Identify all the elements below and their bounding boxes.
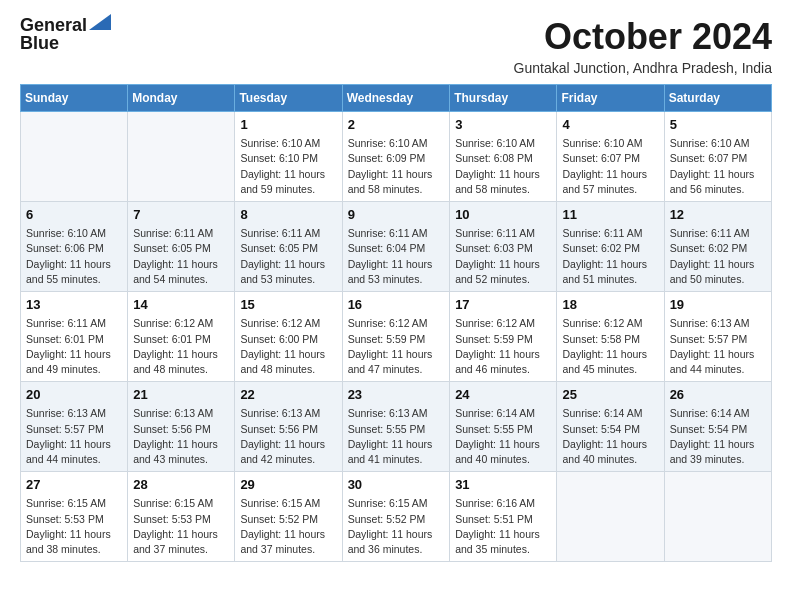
day-info: Sunrise: 6:15 AMSunset: 5:52 PMDaylight:… xyxy=(240,496,336,557)
calendar-cell: 13Sunrise: 6:11 AMSunset: 6:01 PMDayligh… xyxy=(21,292,128,382)
calendar-cell: 21Sunrise: 6:13 AMSunset: 5:56 PMDayligh… xyxy=(128,382,235,472)
day-number: 27 xyxy=(26,476,122,494)
day-info: Sunrise: 6:11 AMSunset: 6:02 PMDaylight:… xyxy=(670,226,766,287)
calendar-cell: 29Sunrise: 6:15 AMSunset: 5:52 PMDayligh… xyxy=(235,472,342,562)
calendar-table: SundayMondayTuesdayWednesdayThursdayFrid… xyxy=(20,84,772,562)
day-info: Sunrise: 6:10 AMSunset: 6:10 PMDaylight:… xyxy=(240,136,336,197)
day-info: Sunrise: 6:12 AMSunset: 6:00 PMDaylight:… xyxy=(240,316,336,377)
calendar-cell: 12Sunrise: 6:11 AMSunset: 6:02 PMDayligh… xyxy=(664,202,771,292)
weekday-header-saturday: Saturday xyxy=(664,85,771,112)
day-info: Sunrise: 6:14 AMSunset: 5:54 PMDaylight:… xyxy=(670,406,766,467)
day-number: 8 xyxy=(240,206,336,224)
title-area: October 2024 Guntakal Junction, Andhra P… xyxy=(514,16,772,76)
day-number: 15 xyxy=(240,296,336,314)
calendar-cell xyxy=(557,472,664,562)
day-info: Sunrise: 6:11 AMSunset: 6:04 PMDaylight:… xyxy=(348,226,445,287)
weekday-header-row: SundayMondayTuesdayWednesdayThursdayFrid… xyxy=(21,85,772,112)
day-info: Sunrise: 6:10 AMSunset: 6:07 PMDaylight:… xyxy=(670,136,766,197)
day-info: Sunrise: 6:13 AMSunset: 5:56 PMDaylight:… xyxy=(240,406,336,467)
calendar-cell: 31Sunrise: 6:16 AMSunset: 5:51 PMDayligh… xyxy=(450,472,557,562)
calendar-cell: 22Sunrise: 6:13 AMSunset: 5:56 PMDayligh… xyxy=(235,382,342,472)
day-number: 25 xyxy=(562,386,658,404)
day-info: Sunrise: 6:15 AMSunset: 5:53 PMDaylight:… xyxy=(26,496,122,557)
calendar-cell: 25Sunrise: 6:14 AMSunset: 5:54 PMDayligh… xyxy=(557,382,664,472)
weekday-header-wednesday: Wednesday xyxy=(342,85,450,112)
day-number: 10 xyxy=(455,206,551,224)
calendar-cell: 24Sunrise: 6:14 AMSunset: 5:55 PMDayligh… xyxy=(450,382,557,472)
logo-icon xyxy=(89,14,111,30)
day-info: Sunrise: 6:12 AMSunset: 5:59 PMDaylight:… xyxy=(348,316,445,377)
day-info: Sunrise: 6:12 AMSunset: 5:58 PMDaylight:… xyxy=(562,316,658,377)
calendar-cell: 5Sunrise: 6:10 AMSunset: 6:07 PMDaylight… xyxy=(664,112,771,202)
day-number: 24 xyxy=(455,386,551,404)
day-info: Sunrise: 6:12 AMSunset: 5:59 PMDaylight:… xyxy=(455,316,551,377)
day-number: 30 xyxy=(348,476,445,494)
day-info: Sunrise: 6:15 AMSunset: 5:53 PMDaylight:… xyxy=(133,496,229,557)
day-info: Sunrise: 6:11 AMSunset: 6:05 PMDaylight:… xyxy=(133,226,229,287)
location-subtitle: Guntakal Junction, Andhra Pradesh, India xyxy=(514,60,772,76)
day-number: 17 xyxy=(455,296,551,314)
weekday-header-sunday: Sunday xyxy=(21,85,128,112)
svg-marker-0 xyxy=(89,14,111,30)
weekday-header-monday: Monday xyxy=(128,85,235,112)
day-info: Sunrise: 6:13 AMSunset: 5:56 PMDaylight:… xyxy=(133,406,229,467)
calendar-cell: 8Sunrise: 6:11 AMSunset: 6:05 PMDaylight… xyxy=(235,202,342,292)
calendar-cell: 3Sunrise: 6:10 AMSunset: 6:08 PMDaylight… xyxy=(450,112,557,202)
day-info: Sunrise: 6:10 AMSunset: 6:09 PMDaylight:… xyxy=(348,136,445,197)
month-title: October 2024 xyxy=(514,16,772,58)
day-info: Sunrise: 6:15 AMSunset: 5:52 PMDaylight:… xyxy=(348,496,445,557)
day-info: Sunrise: 6:16 AMSunset: 5:51 PMDaylight:… xyxy=(455,496,551,557)
calendar-cell: 28Sunrise: 6:15 AMSunset: 5:53 PMDayligh… xyxy=(128,472,235,562)
calendar-cell xyxy=(664,472,771,562)
calendar-cell xyxy=(21,112,128,202)
day-number: 5 xyxy=(670,116,766,134)
calendar-cell: 14Sunrise: 6:12 AMSunset: 6:01 PMDayligh… xyxy=(128,292,235,382)
day-number: 13 xyxy=(26,296,122,314)
day-number: 11 xyxy=(562,206,658,224)
header: General Blue October 2024 Guntakal Junct… xyxy=(20,16,772,76)
calendar-cell: 18Sunrise: 6:12 AMSunset: 5:58 PMDayligh… xyxy=(557,292,664,382)
calendar-cell: 30Sunrise: 6:15 AMSunset: 5:52 PMDayligh… xyxy=(342,472,450,562)
calendar-cell: 20Sunrise: 6:13 AMSunset: 5:57 PMDayligh… xyxy=(21,382,128,472)
calendar-cell: 9Sunrise: 6:11 AMSunset: 6:04 PMDaylight… xyxy=(342,202,450,292)
calendar-cell: 19Sunrise: 6:13 AMSunset: 5:57 PMDayligh… xyxy=(664,292,771,382)
day-number: 14 xyxy=(133,296,229,314)
day-info: Sunrise: 6:11 AMSunset: 6:05 PMDaylight:… xyxy=(240,226,336,287)
day-number: 29 xyxy=(240,476,336,494)
day-info: Sunrise: 6:10 AMSunset: 6:07 PMDaylight:… xyxy=(562,136,658,197)
day-number: 23 xyxy=(348,386,445,404)
day-number: 1 xyxy=(240,116,336,134)
day-number: 4 xyxy=(562,116,658,134)
day-info: Sunrise: 6:13 AMSunset: 5:57 PMDaylight:… xyxy=(670,316,766,377)
calendar-week-1: 1Sunrise: 6:10 AMSunset: 6:10 PMDaylight… xyxy=(21,112,772,202)
day-info: Sunrise: 6:11 AMSunset: 6:03 PMDaylight:… xyxy=(455,226,551,287)
day-info: Sunrise: 6:14 AMSunset: 5:54 PMDaylight:… xyxy=(562,406,658,467)
calendar-week-5: 27Sunrise: 6:15 AMSunset: 5:53 PMDayligh… xyxy=(21,472,772,562)
calendar-cell: 26Sunrise: 6:14 AMSunset: 5:54 PMDayligh… xyxy=(664,382,771,472)
calendar-cell: 11Sunrise: 6:11 AMSunset: 6:02 PMDayligh… xyxy=(557,202,664,292)
day-info: Sunrise: 6:14 AMSunset: 5:55 PMDaylight:… xyxy=(455,406,551,467)
day-number: 31 xyxy=(455,476,551,494)
calendar-cell: 7Sunrise: 6:11 AMSunset: 6:05 PMDaylight… xyxy=(128,202,235,292)
calendar-cell: 27Sunrise: 6:15 AMSunset: 5:53 PMDayligh… xyxy=(21,472,128,562)
day-number: 18 xyxy=(562,296,658,314)
day-number: 16 xyxy=(348,296,445,314)
day-number: 22 xyxy=(240,386,336,404)
calendar-cell: 16Sunrise: 6:12 AMSunset: 5:59 PMDayligh… xyxy=(342,292,450,382)
logo: General Blue xyxy=(20,16,111,54)
calendar-cell: 17Sunrise: 6:12 AMSunset: 5:59 PMDayligh… xyxy=(450,292,557,382)
weekday-header-thursday: Thursday xyxy=(450,85,557,112)
day-info: Sunrise: 6:11 AMSunset: 6:01 PMDaylight:… xyxy=(26,316,122,377)
day-number: 21 xyxy=(133,386,229,404)
calendar-week-2: 6Sunrise: 6:10 AMSunset: 6:06 PMDaylight… xyxy=(21,202,772,292)
day-info: Sunrise: 6:13 AMSunset: 5:57 PMDaylight:… xyxy=(26,406,122,467)
calendar-cell: 10Sunrise: 6:11 AMSunset: 6:03 PMDayligh… xyxy=(450,202,557,292)
calendar-cell: 6Sunrise: 6:10 AMSunset: 6:06 PMDaylight… xyxy=(21,202,128,292)
calendar-cell: 23Sunrise: 6:13 AMSunset: 5:55 PMDayligh… xyxy=(342,382,450,472)
day-number: 9 xyxy=(348,206,445,224)
day-info: Sunrise: 6:10 AMSunset: 6:08 PMDaylight:… xyxy=(455,136,551,197)
day-number: 19 xyxy=(670,296,766,314)
day-number: 20 xyxy=(26,386,122,404)
day-number: 7 xyxy=(133,206,229,224)
day-info: Sunrise: 6:11 AMSunset: 6:02 PMDaylight:… xyxy=(562,226,658,287)
